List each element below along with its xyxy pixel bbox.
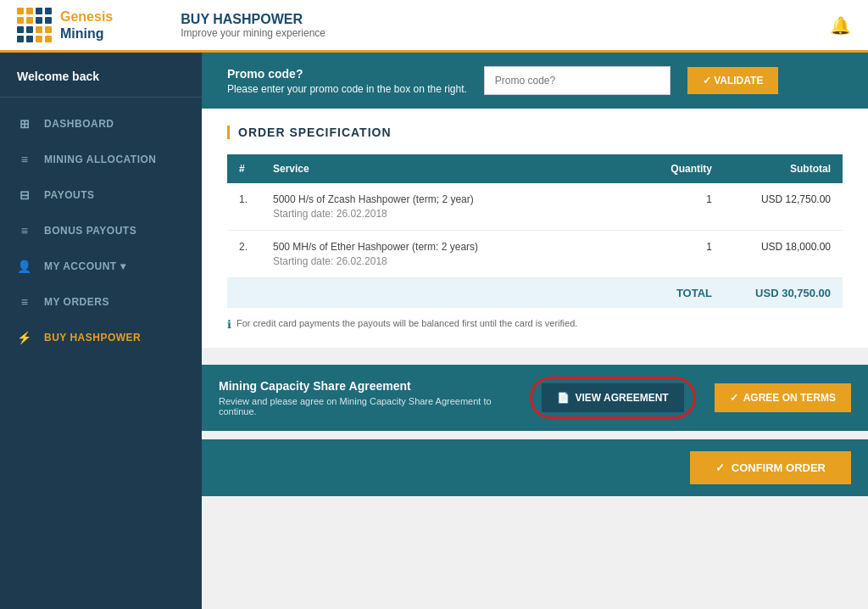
account-icon: 👤 bbox=[17, 260, 32, 273]
logo: Genesis Mining bbox=[17, 8, 113, 42]
total-value: USD 30,750.00 bbox=[724, 278, 843, 309]
check-icon: ✓ bbox=[730, 392, 738, 404]
mining-icon: ≡ bbox=[17, 153, 32, 166]
section-title: ORDER SPECIFICATION bbox=[238, 126, 843, 139]
header-title: BUY HASHPOWER Improve your mining experi… bbox=[181, 12, 326, 39]
bell-icon[interactable]: 🔔 bbox=[830, 15, 851, 36]
row1-service: 5000 H/s of Zcash Hashpower (term; 2 yea… bbox=[261, 183, 639, 231]
logo-dot bbox=[45, 36, 52, 42]
sidebar-item-buy-hashpower[interactable]: ⚡ BUY HASHPOWER bbox=[0, 320, 202, 355]
bonus-icon: ≡ bbox=[17, 224, 32, 237]
dashboard-icon: ⊞ bbox=[17, 117, 32, 131]
info-icon: ℹ bbox=[227, 318, 231, 331]
view-agreement-button[interactable]: 📄 VIEW AGREEMENT bbox=[542, 383, 683, 412]
payouts-icon: ⊟ bbox=[17, 188, 32, 202]
content-area: ORDER SPECIFICATION # Service Quantity S… bbox=[202, 109, 868, 348]
row2-quantity: 1 bbox=[639, 231, 724, 278]
total-spacer bbox=[227, 278, 639, 309]
hashpower-icon: ⚡ bbox=[17, 331, 32, 344]
col-service: Service bbox=[261, 154, 639, 183]
row2-num: 2. bbox=[227, 231, 261, 278]
validate-button[interactable]: ✓ VALIDATE bbox=[687, 67, 779, 94]
table-row: 2. 500 MH/s of Ether Hashpower (term: 2 … bbox=[227, 231, 843, 278]
main-content: Promo code? Please enter your promo code… bbox=[202, 53, 868, 609]
doc-icon: 📄 bbox=[557, 392, 570, 404]
confirm-order-button[interactable]: ✓ CONFIRM ORDER bbox=[690, 451, 851, 484]
logo-dot bbox=[17, 17, 24, 24]
sidebar-item-bonus-payouts[interactable]: ≡ BONUS PAYOUTS bbox=[0, 213, 202, 249]
row2-service: 500 MH/s of Ether Hashpower (term: 2 yea… bbox=[261, 231, 639, 278]
table-row: 1. 5000 H/s of Zcash Hashpower (term; 2 … bbox=[227, 183, 843, 231]
sidebar-item-my-orders[interactable]: ≡ MY ORDERS bbox=[0, 284, 202, 320]
orders-icon: ≡ bbox=[17, 295, 32, 309]
sidebar-welcome: Welcome back bbox=[0, 53, 202, 98]
row1-subtotal: USD 12,750.00 bbox=[724, 183, 843, 231]
sidebar: Welcome back ⊞ DASHBOARD ≡ MINING ALLOCA… bbox=[0, 53, 202, 609]
logo-dot bbox=[36, 36, 42, 42]
logo-dot bbox=[36, 8, 42, 14]
col-quantity: Quantity bbox=[639, 154, 724, 183]
logo-dot bbox=[45, 8, 52, 14]
info-note: ℹ For credit card payments the payouts w… bbox=[227, 318, 843, 331]
sidebar-nav: ⊞ DASHBOARD ≡ MINING ALLOCATION ⊟ PAYOUT… bbox=[0, 98, 202, 609]
logo-dot bbox=[45, 17, 52, 24]
agree-on-terms-button[interactable]: ✓ AGREE ON TERMS bbox=[715, 383, 851, 412]
sidebar-item-my-account[interactable]: 👤 MY ACCOUNT ▾ bbox=[0, 249, 202, 284]
section-title-bar: ORDER SPECIFICATION bbox=[227, 126, 843, 139]
logo-dot bbox=[36, 26, 42, 33]
promo-text: Promo code? Please enter your promo code… bbox=[227, 67, 467, 95]
sidebar-item-payouts[interactable]: ⊟ PAYOUTS bbox=[0, 177, 202, 213]
sidebar-item-mining-allocation[interactable]: ≡ MINING ALLOCATION bbox=[0, 142, 202, 177]
logo-dot bbox=[26, 36, 33, 42]
logo-dot bbox=[45, 26, 52, 33]
logo-dot bbox=[17, 26, 24, 33]
sidebar-item-dashboard[interactable]: ⊞ DASHBOARD bbox=[0, 106, 202, 142]
promo-section: Promo code? Please enter your promo code… bbox=[202, 53, 868, 109]
logo-dot bbox=[36, 17, 42, 24]
col-num: # bbox=[227, 154, 261, 183]
agreement-section: Mining Capacity Share Agreement Review a… bbox=[202, 365, 868, 431]
row1-num: 1. bbox=[227, 183, 261, 231]
agreement-text: Mining Capacity Share Agreement Review a… bbox=[219, 379, 511, 416]
row2-subtotal: USD 18,000.00 bbox=[724, 231, 843, 278]
logo-dot bbox=[17, 8, 24, 14]
header: Genesis Mining BUY HASHPOWER Improve you… bbox=[0, 0, 868, 53]
logo-dot bbox=[26, 8, 33, 14]
col-subtotal: Subtotal bbox=[724, 154, 843, 183]
row1-quantity: 1 bbox=[639, 183, 724, 231]
order-table: # Service Quantity Subtotal 1. 5000 H/s … bbox=[227, 154, 843, 308]
total-label: TOTAL bbox=[639, 278, 724, 309]
promo-code-input[interactable] bbox=[484, 66, 670, 95]
logo-dots bbox=[17, 8, 52, 42]
logo-dot bbox=[26, 17, 33, 24]
confirm-check-icon: ✓ bbox=[715, 461, 725, 474]
logo-dot bbox=[17, 36, 24, 42]
logo-text: Genesis Mining bbox=[60, 8, 113, 41]
logo-dot bbox=[26, 26, 33, 33]
confirm-section: ✓ CONFIRM ORDER bbox=[202, 439, 868, 496]
